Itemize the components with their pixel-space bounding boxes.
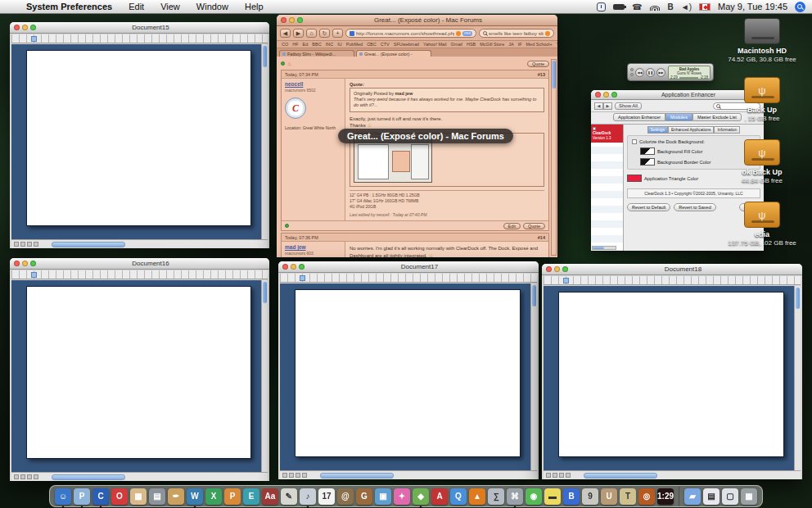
vertical-scrollbar[interactable] <box>261 280 268 472</box>
volume-icon[interactable]: ◄) <box>681 2 692 11</box>
document-page[interactable] <box>295 289 521 457</box>
home-button[interactable]: ⌂ <box>306 29 317 38</box>
rewind-button[interactable]: ◀◀ <box>635 68 644 77</box>
dock-app-icon[interactable]: T travel-app <box>620 488 636 505</box>
bookmark-item[interactable]: CBC <box>367 42 377 47</box>
dock-app-icon[interactable]: Aa dictionary <box>262 488 278 505</box>
report-post-icon[interactable]: ♨ <box>287 61 291 66</box>
quote-button[interactable]: Quote <box>527 61 549 67</box>
bookmark-item[interactable]: CTV <box>381 42 390 47</box>
bookmark-item[interactable]: McGill Store <box>480 42 504 47</box>
back-button[interactable]: ◀ <box>280 29 291 38</box>
horizontal-scrollbar[interactable] <box>584 473 657 479</box>
dock-app-icon[interactable]: ▲ vlc <box>469 488 485 505</box>
bookmark-item[interactable]: Med School+ <box>526 42 553 47</box>
vertical-scrollbar[interactable] <box>794 286 801 470</box>
dock-app-icon[interactable]: ✎ textedit <box>281 488 297 505</box>
spotlight-icon[interactable] <box>795 2 805 12</box>
menu-bar-clock[interactable]: May 9, Tue 19:45 <box>718 2 787 11</box>
vertical-scrollbar[interactable] <box>530 283 537 470</box>
title-bar[interactable]: Document16 <box>10 258 269 270</box>
traffic-lights[interactable] <box>281 17 303 23</box>
horizontal-scrollbar[interactable] <box>592 246 616 250</box>
dock-app-icon[interactable]: X excel <box>205 488 222 505</box>
bookmark-item[interactable]: HSB <box>467 42 476 47</box>
document-page[interactable] <box>558 292 784 457</box>
dock-app-icon[interactable]: ✦ flower-app <box>394 488 410 505</box>
title-bar[interactable]: Document17 <box>278 261 539 273</box>
reload-button[interactable]: ↻ <box>319 29 330 38</box>
username-link[interactable]: neocell <box>285 81 341 87</box>
back-button[interactable]: ◀ <box>594 102 603 110</box>
dock-app-icon[interactable]: Q quicktime <box>450 488 467 505</box>
dock-file-icon[interactable]: ▰ documents-folder <box>684 488 701 505</box>
dock-app-icon[interactable]: ✒ ink-pen-app <box>168 488 184 505</box>
vertical-scrollbar[interactable] <box>551 59 557 256</box>
dock-app-icon[interactable]: ▬ stickies <box>544 488 561 505</box>
document-page[interactable] <box>26 50 251 226</box>
dock-app-icon[interactable]: ▦ iphoto <box>130 488 147 505</box>
dock-file-icon[interactable]: ▦ trash <box>741 488 757 505</box>
bookmark-item[interactable]: SFUwebmail <box>394 42 419 47</box>
background-fill-color-well[interactable] <box>640 147 655 155</box>
url-field[interactable]: http://forums.macrumors.com/showthread.p… <box>345 29 476 38</box>
traffic-lights[interactable] <box>595 92 617 98</box>
horizontal-scrollbar[interactable] <box>320 473 394 479</box>
bookmark-item[interactable]: Gmail <box>451 42 462 47</box>
horizontal-scrollbar[interactable] <box>52 474 125 480</box>
tab-application-enhancer[interactable]: Application Enhancer <box>613 113 665 121</box>
vertical-scrollbar[interactable] <box>261 44 268 239</box>
word-window-document17[interactable]: Document17 <box>278 261 539 479</box>
traffic-lights[interactable] <box>14 261 36 266</box>
dock-app-icon[interactable]: ∑ calculator <box>488 488 504 505</box>
horizontal-scrollbar[interactable] <box>52 242 125 247</box>
module-checkbox[interactable] <box>593 127 596 130</box>
traffic-lights[interactable] <box>282 264 304 270</box>
edit-button[interactable]: Edit <box>503 223 521 229</box>
dock-app-icon[interactable]: @ address-book <box>337 488 354 505</box>
dock-app-icon[interactable]: P preview <box>74 488 90 505</box>
word-window-document18[interactable]: Document18 <box>542 264 802 479</box>
modules-list[interactable]: ClearDock Version 1.3 <box>591 125 624 251</box>
itunes-mini-controller[interactable]: ◀◀ ❚❚ ▶▶ Bad Apples Guns N' Roses 2:29 -… <box>627 63 714 81</box>
bookmark-item[interactable]: Yahoo! Mail <box>423 42 447 47</box>
menu-item[interactable]: Help <box>237 2 272 11</box>
menu-item[interactable]: System Preferences <box>18 2 120 11</box>
title-bar[interactable]: Great... (Exposé color) - Mac Forums <box>277 15 557 26</box>
rss-badge-icon[interactable]: RSS <box>462 31 472 36</box>
traffic-lights[interactable] <box>14 25 36 30</box>
fast-forward-button[interactable]: ▶▶ <box>656 68 665 77</box>
dock-app-icon[interactable]: ☺ finder <box>55 488 71 505</box>
stop-icon[interactable] <box>456 31 461 36</box>
traffic-lights[interactable] <box>546 266 568 272</box>
avatar[interactable]: C <box>285 98 306 119</box>
document-page[interactable] <box>26 286 251 459</box>
attached-screenshot-thumbnail[interactable] <box>354 137 432 183</box>
bookmark-item[interactable]: CO <box>282 42 288 47</box>
dock-app-icon[interactable]: ◎ toast <box>638 488 655 505</box>
bookmark-item[interactable]: PubMed <box>346 42 363 47</box>
new-tab-button[interactable]: + <box>332 29 343 38</box>
dock-app-icon[interactable]: P powerpoint <box>224 488 241 505</box>
phone-handset-icon[interactable]: ☎ <box>632 2 642 11</box>
dock-app-icon[interactable]: ♪ itunes <box>300 488 316 505</box>
bluetooth-icon[interactable]: B <box>668 2 674 11</box>
input-flag-canada-icon[interactable] <box>699 3 710 11</box>
username-link[interactable]: mad jew <box>285 244 341 250</box>
application-triangle-color-well[interactable] <box>627 175 642 182</box>
dock-app-icon[interactable]: 1:29 alarm-clock <box>657 488 674 505</box>
app-clock-icon[interactable] <box>597 2 606 11</box>
dock-app-icon[interactable]: O opera <box>111 488 128 505</box>
word-window-document15[interactable]: Document15 <box>10 22 269 248</box>
dock-app-icon[interactable]: G garageband <box>356 488 372 505</box>
dock-app-icon[interactable]: ▤ printer <box>149 488 165 505</box>
search-field[interactable]: smells like teen fatboy slim album <box>479 29 554 38</box>
revert-to-default-button[interactable]: Revert to Default <box>627 203 670 211</box>
search-clear-icon[interactable] <box>545 31 550 36</box>
dock-app-icon[interactable]: B bluetooth-exchange <box>563 488 580 505</box>
dock-app-icon[interactable]: ⌘ system-preferences <box>507 488 523 505</box>
bookmark-item[interactable]: Ed <box>303 42 309 47</box>
window-control-dots[interactable] <box>630 68 634 76</box>
title-bar[interactable]: Document15 <box>10 22 269 34</box>
bookmark-item[interactable]: Thesis <box>557 42 557 47</box>
